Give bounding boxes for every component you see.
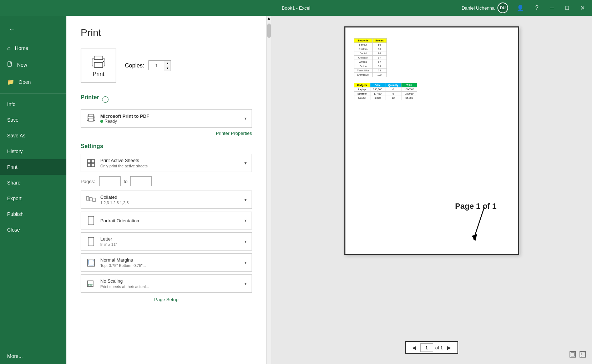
printer-section-title: Printer [81, 94, 99, 101]
printer-dropdown-arrow: ▾ [244, 116, 247, 121]
sidebar-item-label: More... [7, 353, 23, 359]
next-page-btn[interactable]: ▶ [445, 344, 453, 351]
setting-paper-size[interactable]: Letter 8.5" x 11" ▾ [81, 232, 252, 251]
printer-dropdown[interactable]: Microsoft Print to PDF Ready ▾ [81, 109, 252, 128]
svg-rect-11 [87, 163, 91, 167]
sidebar-item-home[interactable]: ⌂ Home [0, 40, 66, 56]
sidebar-item-label: Print [7, 164, 17, 170]
sidebar-item-label: Share [7, 180, 20, 186]
table-row: Mouse5,5001266,000 [354, 96, 417, 100]
sidebar-item-save[interactable]: Save [0, 112, 66, 128]
fit-page-btn[interactable] [569, 351, 576, 360]
preview-table-students: Students Scores Favour50Chidera30Daniel8… [354, 38, 387, 77]
sidebar-item-share[interactable]: Share [0, 175, 66, 191]
table-cell: 6 [385, 87, 401, 92]
table-cell: 30 [372, 47, 386, 51]
dropdown-arrow: ▾ [244, 218, 247, 223]
sidebar-item-label: Save [7, 117, 19, 123]
copies-increment[interactable]: ▲ [164, 61, 171, 66]
table-row: Laptop250,00061500000 [354, 87, 417, 92]
sidebar-item-publish[interactable]: Publish [0, 206, 66, 222]
sidebar-item-label: Home [15, 45, 28, 51]
margins-icon [86, 258, 96, 268]
table-cell: 12 [385, 96, 401, 100]
table-cell: Speaker [354, 92, 370, 96]
pages-from-input[interactable] [99, 176, 121, 186]
sidebar-item-label: New [17, 62, 27, 68]
sidebar-item-info[interactable]: Info [0, 96, 66, 112]
dropdown-arrow: ▾ [244, 161, 247, 166]
sidebar-item-history[interactable]: History [0, 143, 66, 159]
sidebar-item-label: Info [7, 101, 15, 107]
sidebar-item-new[interactable]: New [0, 56, 66, 74]
table-row: Amaka87 [354, 60, 387, 64]
sidebar-item-save-as[interactable]: Save As [0, 128, 66, 143]
svg-text:100: 100 [88, 283, 93, 286]
table-row: Theophilus78 [354, 69, 387, 73]
svg-rect-16 [88, 216, 94, 225]
col-header-price: Price [370, 83, 385, 87]
table-cell: 15 [372, 64, 386, 69]
table-cell: Theophilus [354, 69, 372, 73]
pages-row: Pages: to [81, 175, 252, 188]
copies-decrement[interactable]: ▼ [164, 66, 171, 71]
restore-btn[interactable]: □ [562, 3, 572, 12]
table-cell: 66,000 [401, 96, 417, 100]
printer-info: Microsoft Print to PDF Ready [86, 113, 149, 124]
page-setup-link[interactable]: Page Setup [81, 297, 252, 302]
pages-to-label: to [123, 179, 127, 184]
table-cell: 17,450 [370, 92, 385, 96]
paper-icon [86, 237, 96, 247]
setting-orientation[interactable]: Portrait Orientation ▾ [81, 212, 252, 229]
portrait-icon [86, 216, 96, 226]
setting-print-active-sheets[interactable]: Print Active Sheets Only print the activ… [81, 154, 252, 172]
sidebar-item-more[interactable]: More... [0, 348, 66, 364]
user-avatar[interactable]: DU [497, 2, 508, 13]
setting-collated[interactable]: Collated 1,2,3 1,2,3 1,2,3 ▾ [81, 191, 252, 209]
minimize-btn[interactable]: ─ [547, 3, 557, 12]
sidebar-item-close[interactable]: Close [0, 222, 66, 238]
scroll-thumb[interactable] [267, 24, 271, 38]
table-cell: Laptop [354, 87, 370, 92]
prev-page-btn[interactable]: ◀ [410, 344, 418, 351]
col-header-total: Total [401, 83, 417, 87]
printer-info-icon[interactable]: i [102, 96, 108, 103]
table-row: Daniel80 [354, 51, 387, 56]
print-button-area: Print Copies: ▲ ▼ [81, 49, 252, 83]
svg-rect-3 [94, 56, 103, 60]
setting-margins[interactable]: Normal Margins Top: 0.75" Bottom: 0.75".… [81, 253, 252, 272]
dropdown-arrow: ▾ [244, 239, 247, 244]
show-margins-btn[interactable] [579, 351, 586, 360]
help-btn[interactable]: ? [532, 3, 541, 12]
table-cell: 100 [372, 73, 386, 77]
svg-point-8 [93, 117, 95, 118]
printer-device-icon [86, 113, 96, 124]
search-people-btn[interactable]: 👤 [514, 3, 527, 13]
table-cell: Daniel [354, 51, 372, 56]
printer-properties-link[interactable]: Printer Properties [81, 131, 252, 136]
table-cell: Chidera [354, 47, 372, 51]
open-icon: 📁 [7, 79, 14, 85]
printer-status: Ready [100, 119, 149, 124]
setting-scaling[interactable]: 100 No Scaling Print sheets at their act… [81, 274, 252, 293]
title-bar: Book1 - Excel Daniel Uchenna DU 👤 ? ─ □ … [0, 0, 592, 16]
sidebar-item-export[interactable]: Export [0, 191, 66, 206]
svg-rect-24 [570, 352, 576, 357]
dropdown-arrow: ▾ [244, 281, 247, 286]
print-button[interactable]: Print [81, 49, 116, 83]
copies-spinners: ▲ ▼ [164, 60, 171, 71]
sidebar-item-label: Export [7, 196, 21, 201]
current-page-input[interactable] [420, 343, 433, 352]
copies-input[interactable] [148, 60, 164, 70]
table-cell: 9 [385, 92, 401, 96]
table-cell: 87 [372, 60, 386, 64]
sidebar-item-print[interactable]: Print [0, 159, 66, 175]
sidebar-item-open[interactable]: 📁 Open [0, 74, 66, 90]
close-btn[interactable]: ✕ [577, 3, 588, 13]
table-row: Celina15 [354, 64, 387, 69]
pages-to-input[interactable] [130, 176, 152, 186]
back-button[interactable]: ← [4, 21, 20, 37]
sidebar-item-label: Publish [7, 211, 24, 217]
print-panel-scrollbar[interactable]: ▲ [266, 16, 271, 364]
svg-marker-23 [472, 234, 477, 241]
